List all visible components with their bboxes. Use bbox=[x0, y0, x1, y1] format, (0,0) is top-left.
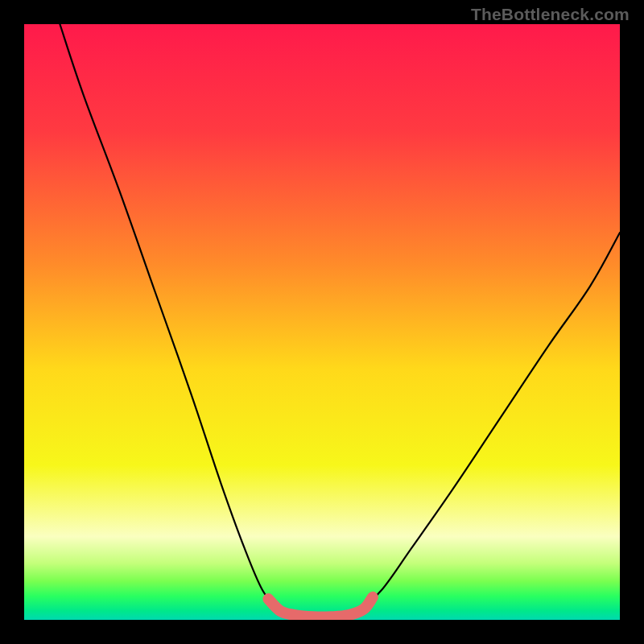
plot-area bbox=[24, 24, 620, 620]
chart-frame: TheBottleneck.com bbox=[0, 0, 644, 644]
chart-canvas bbox=[24, 24, 620, 620]
gradient-background bbox=[24, 24, 620, 620]
watermark-text: TheBottleneck.com bbox=[471, 5, 630, 24]
